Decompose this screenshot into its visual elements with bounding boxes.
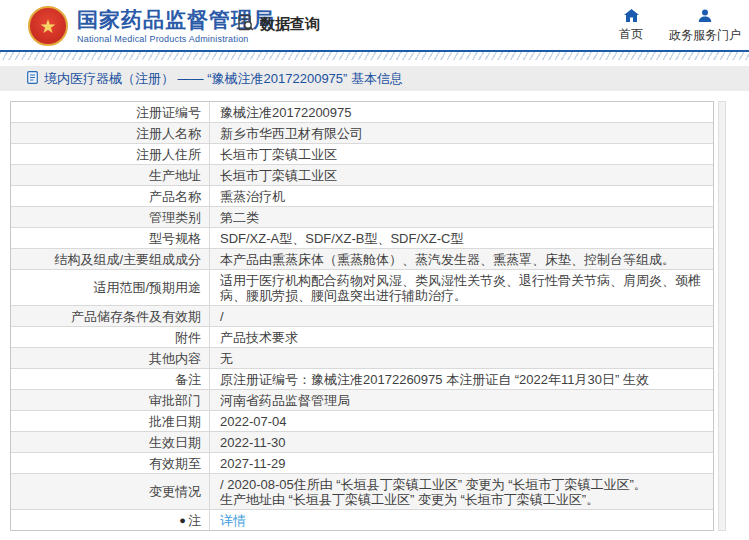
- row-label: 产品名称: [11, 186, 210, 206]
- row-label: 结构及组成/主要组成成分: [11, 249, 210, 269]
- agency-name-en: National Medical Products Administration: [77, 34, 275, 44]
- table-row: 变更情况 / 2020-08-05住所由 “长垣县丁栾镇工业区” 变更为 “长垣…: [11, 474, 713, 510]
- row-label: 注册证编号: [11, 102, 210, 122]
- table-row: 管理类别 第二类: [11, 207, 713, 228]
- row-value: 2022-07-04: [210, 411, 713, 431]
- row-value: / 2020-08-05住所由 “长垣县丁栾镇工业区” 变更为 “长垣市丁栾镇工…: [210, 474, 713, 509]
- table-row: ●注 详情: [11, 510, 713, 530]
- row-value: SDF/XZ-A型、SDF/XZ-B型、SDF/XZ-C型: [210, 228, 713, 248]
- row-value: 2027-11-29: [210, 453, 713, 473]
- detail-link[interactable]: 详情: [210, 510, 713, 530]
- national-emblem-logo: ★: [28, 6, 68, 46]
- row-value: 第二类: [210, 207, 713, 227]
- home-icon: [624, 9, 639, 22]
- row-label: 变更情况: [11, 474, 210, 509]
- row-label: 适用范围/预期用途: [11, 270, 210, 305]
- row-label: ●注: [11, 510, 210, 530]
- scrollbar-track[interactable]: [718, 101, 726, 531]
- row-label: 有效期至: [11, 453, 210, 473]
- row-label: 型号规格: [11, 228, 210, 248]
- site-header: ★ 国家药品监督管理局 National Medical Products Ad…: [0, 0, 749, 52]
- row-label: 批准日期: [11, 411, 210, 431]
- table-row: 注册证编号 豫械注准20172200975: [11, 102, 713, 123]
- table-row: 型号规格 SDF/XZ-A型、SDF/XZ-B型、SDF/XZ-C型: [11, 228, 713, 249]
- person-icon: [698, 9, 712, 23]
- nav-data-query[interactable]: 数据查询: [237, 14, 320, 35]
- page: ★ 国家药品监督管理局 National Medical Products Ad…: [0, 0, 749, 531]
- table-row: 产品储存条件及有效期 /: [11, 306, 713, 327]
- row-label: 附件: [11, 327, 210, 347]
- row-label: 注册人名称: [11, 123, 210, 143]
- data-query-label: 数据查询: [260, 15, 320, 34]
- row-label: 其他内容: [11, 348, 210, 368]
- data-query-icon: [237, 14, 255, 35]
- table-row: 注册人住所 长垣市丁栾镇工业区: [11, 144, 713, 165]
- row-value: 新乡市华西卫材有限公司: [210, 123, 713, 143]
- row-value: 2022-11-30: [210, 432, 713, 452]
- row-value: /: [210, 306, 713, 326]
- row-label: 管理类别: [11, 207, 210, 227]
- row-value: 本产品由熏蒸床体（熏蒸舱体）、蒸汽发生器、熏蒸罩、床垫、控制台等组成。: [210, 249, 713, 269]
- table-wrap: 注册证编号 豫械注准20172200975 注册人名称 新乡市华西卫材有限公司 …: [10, 101, 726, 531]
- top-nav: 首页 政务服务门户: [619, 9, 741, 44]
- table-row: 审批部门 河南省药品监督管理局: [11, 390, 713, 411]
- table-row: 有效期至 2027-11-29: [11, 453, 713, 474]
- table-row: 其他内容 无: [11, 348, 713, 369]
- table-row: 批准日期 2022-07-04: [11, 411, 713, 432]
- row-value: 原注册证编号：豫械注准20172260975 本注册证自 “2022年11月30…: [210, 369, 713, 389]
- document-icon: [27, 70, 38, 88]
- row-label: 生效日期: [11, 432, 210, 452]
- note-dot-icon: ●: [179, 515, 186, 526]
- row-value: 长垣市丁栾镇工业区: [210, 165, 713, 185]
- row-value: 产品技术要求: [210, 327, 713, 347]
- row-value: 熏蒸治疗机: [210, 186, 713, 206]
- row-value: 河南省药品监督管理局: [210, 390, 713, 410]
- table-row: 适用范围/预期用途 适用于医疗机构配合药物对风湿、类风湿性关节炎、退行性骨关节病…: [11, 270, 713, 306]
- table-row: 生产地址 长垣市丁栾镇工业区: [11, 165, 713, 186]
- row-label: 备注: [11, 369, 210, 389]
- row-value: 豫械注准20172200975: [210, 102, 713, 122]
- row-label: 审批部门: [11, 390, 210, 410]
- row-value: 长垣市丁栾镇工业区: [210, 144, 713, 164]
- table-row: 产品名称 熏蒸治疗机: [11, 186, 713, 207]
- page-title: 境内医疗器械（注册） —— “豫械注准20172200975” 基本信息: [44, 70, 403, 88]
- row-value: 无: [210, 348, 713, 368]
- row-label: 生产地址: [11, 165, 210, 185]
- table-row: 结构及组成/主要组成成分 本产品由熏蒸床体（熏蒸舱体）、蒸汽发生器、熏蒸罩、床垫…: [11, 249, 713, 270]
- table-row: 附件 产品技术要求: [11, 327, 713, 348]
- page-title-bar: 境内医疗器械（注册） —— “豫械注准20172200975” 基本信息: [0, 66, 749, 91]
- nav-portal[interactable]: 政务服务门户: [669, 9, 741, 44]
- nav-home-label: 首页: [619, 26, 643, 43]
- table-row: 注册人名称 新乡市华西卫材有限公司: [11, 123, 713, 144]
- row-value: 适用于医疗机构配合药物对风湿、类风湿性关节炎、退行性骨关节病、肩周炎、颈椎病、腰…: [210, 270, 713, 305]
- row-label: 产品储存条件及有效期: [11, 306, 210, 326]
- table-row: 生效日期 2022-11-30: [11, 432, 713, 453]
- table-row: 备注 原注册证编号：豫械注准20172260975 本注册证自 “2022年11…: [11, 369, 713, 390]
- nav-home[interactable]: 首页: [619, 9, 643, 44]
- nav-portal-label: 政务服务门户: [669, 27, 741, 44]
- info-table: 注册证编号 豫械注准20172200975 注册人名称 新乡市华西卫材有限公司 …: [10, 101, 714, 531]
- decorative-stripe-band: [0, 52, 749, 60]
- row-label: 注册人住所: [11, 144, 210, 164]
